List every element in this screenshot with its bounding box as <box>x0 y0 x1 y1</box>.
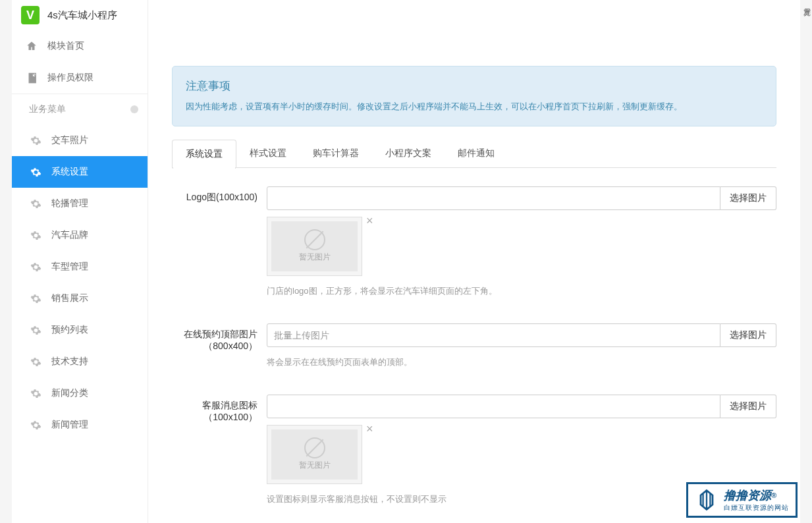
sidebar-item-1[interactable]: 系统设置 <box>12 156 148 188</box>
no-image-icon <box>304 229 325 250</box>
sidebar-item-label: 预约列表 <box>51 324 88 336</box>
sidebar-item-label: 交车照片 <box>51 134 88 146</box>
tabs-bar: 系统设置样式设置购车计算器小程序文案邮件通知 <box>172 140 776 168</box>
no-image-icon <box>304 437 325 458</box>
no-image-text: 暂无图片 <box>299 460 331 471</box>
no-image-text: 暂无图片 <box>299 252 331 263</box>
gear-icon <box>29 229 42 242</box>
notice-alert: 注意事项 因为性能考虑，设置项有半小时的缓存时间。修改设置之后小程序端并不能马上… <box>172 66 776 126</box>
sidebar-item-6[interactable]: 预约列表 <box>12 314 148 346</box>
nav-module-home[interactable]: 模块首页 <box>12 30 148 62</box>
remove-image-icon[interactable]: × <box>366 425 373 435</box>
sidebar-item-label: 新闻分类 <box>51 387 88 399</box>
input-logo[interactable] <box>267 186 720 210</box>
watermark-sub: 白嫖互联资源的网站 <box>724 503 789 512</box>
main-content: 注意事项 因为性能考虑，设置项有半小时的缓存时间。修改设置之后小程序端并不能马上… <box>148 0 800 523</box>
gear-icon <box>29 165 42 179</box>
nav-label: 操作员权限 <box>47 72 94 84</box>
home-icon <box>25 40 38 53</box>
sidebar: V 4s汽车城小程序 模块首页 操作员权限 业务菜单 交车照片系统设置轮播管理汽… <box>12 0 148 523</box>
watermark-main: 撸撸资源® <box>724 487 789 503</box>
sidebar-item-label: 系统设置 <box>51 166 88 178</box>
sidebar-item-label: 新闻管理 <box>51 419 88 431</box>
gear-icon <box>29 323 42 337</box>
help-logo: 门店的logo图，正方形，将会显示在汽车详细页面的左下角。 <box>267 285 776 297</box>
sidebar-item-0[interactable]: 交车照片 <box>12 124 148 156</box>
nav-operator-permissions[interactable]: 操作员权限 <box>12 62 148 94</box>
image-preview-logo: 暂无图片 <box>267 217 362 276</box>
sidebar-item-8[interactable]: 新闻分类 <box>12 377 148 409</box>
select-image-button-logo[interactable]: 选择图片 <box>720 186 776 210</box>
label-logo: Logo图(100x100) <box>172 186 267 204</box>
select-image-button-booking[interactable]: 选择图片 <box>720 323 776 347</box>
right-panel-label: 宽屏 <box>801 0 812 523</box>
sidebar-item-5[interactable]: 销售展示 <box>12 283 148 314</box>
sidebar-item-label: 轮播管理 <box>51 198 88 209</box>
menu-section-label: 业务菜单 <box>29 103 66 115</box>
gear-icon <box>29 134 42 147</box>
alert-title: 注意事项 <box>186 78 763 94</box>
remove-image-icon[interactable]: × <box>366 217 373 227</box>
gear-icon <box>29 387 42 400</box>
sidebar-item-label: 销售展示 <box>51 292 88 304</box>
label-booking-banner: 在线预约顶部图片（800x400） <box>172 323 267 352</box>
sidebar-item-3[interactable]: 汽车品牌 <box>12 219 148 251</box>
tab-0[interactable]: 系统设置 <box>172 140 236 168</box>
gear-icon <box>29 197 42 210</box>
tab-3[interactable]: 小程序文案 <box>372 140 445 167</box>
gear-icon <box>29 355 42 368</box>
select-image-button-service[interactable]: 选择图片 <box>720 395 776 418</box>
gear-icon <box>29 292 42 305</box>
gear-icon <box>29 260 42 273</box>
tab-2[interactable]: 购车计算器 <box>300 140 372 167</box>
help-booking-banner: 将会显示在在线预约页面表单的顶部。 <box>267 356 776 368</box>
sidebar-item-2[interactable]: 轮播管理 <box>12 188 148 219</box>
image-preview-service: 暂无图片 <box>267 425 362 484</box>
sidebar-item-label: 汽车品牌 <box>51 229 88 241</box>
gear-icon <box>29 418 42 431</box>
input-booking-banner[interactable] <box>267 323 720 347</box>
sidebar-item-4[interactable]: 车型管理 <box>12 251 148 283</box>
alert-text: 因为性能考虑，设置项有半小时的缓存时间。修改设置之后小程序端并不能马上生效，可以… <box>186 100 763 114</box>
input-service-icon[interactable] <box>267 395 720 418</box>
sidebar-item-label: 车型管理 <box>51 261 88 273</box>
tab-4[interactable]: 邮件通知 <box>445 140 508 167</box>
watermark-icon <box>695 488 718 512</box>
sidebar-item-7[interactable]: 技术支持 <box>12 346 148 377</box>
menu-section-header[interactable]: 业务菜单 <box>12 94 148 124</box>
nav-label: 模块首页 <box>47 40 84 52</box>
sidebar-header: V 4s汽车城小程序 <box>12 0 148 30</box>
menu-toggle-icon <box>130 105 138 113</box>
app-logo: V <box>21 6 40 24</box>
watermark: 撸撸资源® 白嫖互联资源的网站 <box>686 482 798 518</box>
label-service-icon: 客服消息图标（100x100） <box>172 395 267 424</box>
sidebar-item-9[interactable]: 新闻管理 <box>12 409 148 441</box>
tab-1[interactable]: 样式设置 <box>236 140 300 167</box>
doc-icon <box>25 71 38 84</box>
app-title: 4s汽车城小程序 <box>47 9 117 22</box>
sidebar-item-label: 技术支持 <box>51 356 88 368</box>
